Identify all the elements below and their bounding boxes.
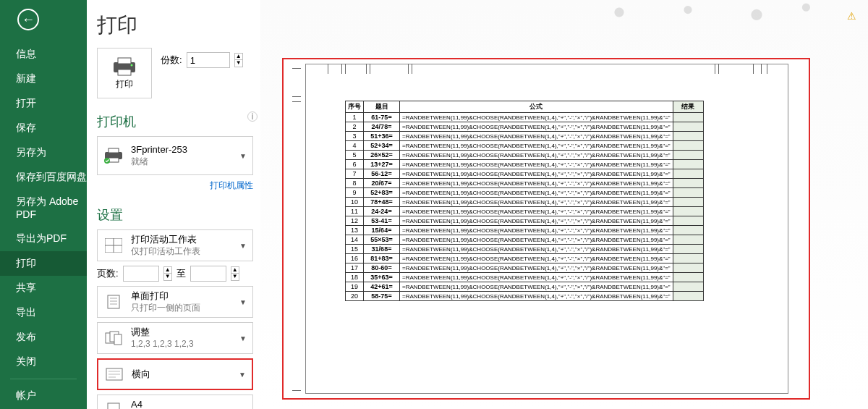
- col-header-result: 结果: [673, 101, 703, 113]
- svg-rect-5: [109, 148, 119, 153]
- table-row: 161-75==RANDBETWEEN(11,99)&CHOOSE(RANDBE…: [346, 113, 704, 122]
- table-row: 613+27==RANDBETWEEN(11,99)&CHOOSE(RANDBE…: [346, 160, 704, 169]
- sidebar-item[interactable]: 打开: [0, 91, 87, 116]
- pages-label: 页数:: [97, 267, 119, 280]
- table-row: 1531/68==RANDBETWEEN(11,99)&CHOOSE(RANDB…: [346, 245, 704, 254]
- table-row: 1124-24==RANDBETWEEN(11,99)&CHOOSE(RANDB…: [346, 207, 704, 216]
- svg-rect-17: [114, 334, 122, 345]
- collate-title: 调整: [131, 326, 247, 339]
- table-row: 1835+63==RANDBETWEEN(11,99)&CHOOSE(RANDB…: [346, 273, 704, 282]
- sidebar-item[interactable]: 发布: [0, 325, 87, 350]
- print-button-label: 打印: [116, 78, 133, 90]
- col-header-index: 序号: [346, 101, 364, 113]
- warning-icon: ⚠: [847, 10, 856, 22]
- sidebar-item[interactable]: 信息: [0, 42, 87, 67]
- sidebar-item[interactable]: 保存到百度网盘: [0, 165, 87, 190]
- pages-from-input[interactable]: [123, 266, 159, 282]
- table-row: 952+83==RANDBETWEEN(11,99)&CHOOSE(RANDBE…: [346, 188, 704, 198]
- ruler-top[interactable]: [328, 64, 767, 74]
- printer-selector[interactable]: 3Fprinter-253 就绪 ▼: [97, 136, 253, 175]
- printer-status: 就绪: [131, 156, 247, 168]
- preview-page: 序号 题目 公式 结果 161-75==RANDBETWEEN(11,99)&C…: [305, 64, 788, 394]
- table-row: 820/67==RANDBETWEEN(11,99)&CHOOSE(RANDBE…: [346, 179, 704, 188]
- print-what-selector[interactable]: 打印活动工作表仅打印活动工作表 ▼: [97, 229, 253, 261]
- table-row: 351+36==RANDBETWEEN(11,99)&CHOOSE(RANDBE…: [346, 132, 704, 141]
- printer-section-title: 打印机 i: [97, 113, 253, 130]
- printer-name: 3Fprinter-253: [131, 144, 247, 156]
- print-button[interactable]: 打印: [97, 48, 152, 98]
- chevron-down-icon: ▼: [239, 334, 247, 342]
- chevron-down-icon: ▼: [239, 407, 247, 410]
- spin-down-icon[interactable]: ▼: [234, 60, 243, 67]
- paper-title: A4: [131, 399, 247, 409]
- print-settings-panel: 打印 打印 份数: ▲▼ 打印机 i 3Fprinter-253 就绪: [87, 0, 260, 409]
- table-row: 2058-75==RANDBETWEEN(11,99)&CHOOSE(RANDB…: [346, 292, 704, 301]
- print-sides-selector[interactable]: 单面打印只打印一侧的页面 ▼: [97, 286, 253, 318]
- sidebar-item[interactable]: 共享: [0, 276, 87, 300]
- printer-icon: [112, 56, 137, 77]
- sidebar-item-account[interactable]: 帐户: [0, 384, 87, 408]
- svg-rect-6: [109, 158, 119, 162]
- svg-point-7: [104, 158, 110, 164]
- sides-title: 单面打印: [131, 290, 247, 303]
- paper-size-selector[interactable]: A421 厘米 x 29.7 厘米 ▼: [97, 395, 253, 409]
- collate-icon: [103, 331, 124, 345]
- back-arrow-icon: ←: [22, 13, 35, 26]
- col-header-question: 题目: [364, 101, 400, 113]
- table-row: 1315/64==RANDBETWEEN(11,99)&CHOOSE(RANDB…: [346, 226, 704, 235]
- info-icon[interactable]: i: [247, 111, 258, 122]
- svg-rect-22: [108, 403, 119, 409]
- copies-spinner[interactable]: ▲▼: [234, 53, 243, 67]
- pages-from-spinner[interactable]: ▲▼: [163, 266, 172, 281]
- sidebar-item[interactable]: 导出: [0, 300, 87, 325]
- collate-sub: 1,2,3 1,2,3 1,2,3: [131, 339, 247, 350]
- settings-section-title: 设置: [97, 206, 253, 224]
- ruler-left[interactable]: [292, 64, 301, 394]
- col-header-formula: 公式: [400, 101, 673, 113]
- sidebar-item[interactable]: 另存为: [0, 140, 87, 165]
- print-preview-area: ⚠ 序号 题目 公式: [260, 0, 868, 409]
- chevron-down-icon: ▼: [239, 298, 247, 306]
- table-row: 1681+83==RANDBETWEEN(11,99)&CHOOSE(RANDB…: [346, 254, 704, 263]
- table-row: 1253-41==RANDBETWEEN(11,99)&CHOOSE(RANDB…: [346, 216, 704, 226]
- sidebar-item[interactable]: 打印: [0, 251, 87, 276]
- orientation-title: 横向: [132, 368, 246, 381]
- table-row: 1942+61==RANDBETWEEN(11,99)&CHOOSE(RANDB…: [346, 282, 704, 292]
- collate-selector[interactable]: 调整1,2,3 1,2,3 1,2,3 ▼: [97, 322, 253, 354]
- landscape-icon: [104, 368, 124, 381]
- printer-combo-icon: [103, 148, 124, 164]
- sheets-icon: [103, 238, 124, 253]
- svg-rect-1: [118, 58, 131, 64]
- pages-to-input[interactable]: [190, 266, 226, 282]
- sidebar-item[interactable]: 关闭: [0, 350, 87, 374]
- table-row: 1455×53==RANDBETWEEN(11,99)&CHOOSE(RANDB…: [346, 235, 704, 245]
- one-side-icon: [103, 295, 124, 309]
- printer-properties-link[interactable]: 打印机属性: [210, 180, 253, 190]
- sidebar-item[interactable]: 保存: [0, 116, 87, 140]
- sidebar-item[interactable]: 新建: [0, 67, 87, 91]
- svg-rect-11: [108, 295, 119, 308]
- copies-input[interactable]: [187, 52, 230, 68]
- chevron-down-icon: ▼: [239, 152, 247, 160]
- chevron-down-icon: ▼: [239, 371, 246, 379]
- sides-sub: 只打印一侧的页面: [131, 303, 247, 314]
- orientation-selector[interactable]: 横向 ▼: [97, 358, 253, 390]
- svg-point-3: [131, 64, 133, 66]
- sidebar-item[interactable]: 导出为PDF: [0, 227, 87, 251]
- table-row: 224/78==RANDBETWEEN(11,99)&CHOOSE(RANDBE…: [346, 122, 704, 132]
- table-row: 452+34==RANDBETWEEN(11,99)&CHOOSE(RANDBE…: [346, 141, 704, 151]
- sidebar-item[interactable]: 另存为 Adobe PDF: [0, 190, 87, 227]
- back-button[interactable]: ←: [17, 9, 39, 30]
- copies-label: 份数:: [161, 54, 182, 67]
- table-row: 756-12==RANDBETWEEN(11,99)&CHOOSE(RANDBE…: [346, 169, 704, 179]
- decorative-splash: [564, 0, 839, 25]
- table-row: 1078+48==RANDBETWEEN(11,99)&CHOOSE(RANDB…: [346, 198, 704, 207]
- print-what-sub: 仅打印活动工作表: [131, 246, 247, 258]
- pages-to-spinner[interactable]: ▲▼: [231, 266, 239, 281]
- paper-size-icon: [103, 402, 124, 409]
- svg-rect-2: [118, 69, 131, 75]
- preview-highlight-box: 序号 题目 公式 结果 161-75==RANDBETWEEN(11,99)&C…: [282, 58, 810, 400]
- preview-table: 序号 题目 公式 结果 161-75==RANDBETWEEN(11,99)&C…: [345, 101, 704, 301]
- print-what-title: 打印活动工作表: [131, 234, 247, 246]
- backstage-sidebar: ← 信息新建打开保存另存为保存到百度网盘另存为 Adobe PDF导出为PDF打…: [0, 0, 87, 409]
